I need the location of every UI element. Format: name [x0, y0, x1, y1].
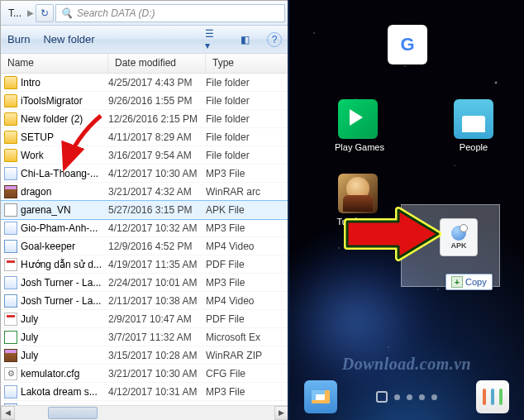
pdf-icon [4, 313, 17, 326]
file-date: 2/24/2017 10:01 AM [108, 277, 206, 289]
home-indicator-icon [376, 391, 388, 403]
scroll-thumb[interactable] [48, 407, 98, 419]
tuyet-dao-icon [338, 174, 378, 213]
apk-file-drag-icon[interactable]: APK [440, 218, 478, 256]
file-date: 2/9/2017 10:47 AM [108, 313, 206, 325]
globe-icon [451, 226, 466, 241]
help-button[interactable]: ? [267, 32, 282, 47]
file-row[interactable]: July2/9/2017 10:47 AMPDF File [1, 310, 288, 328]
page-indicator[interactable] [376, 391, 437, 403]
file-row[interactable]: Lakota dream s...4/12/2017 10:31 AMMP3 F… [1, 383, 288, 401]
file-list: Intro4/25/2017 4:43 PMFile folderiToolsM… [1, 74, 288, 405]
toolbar: Burn New folder ☰ ▾ ◧ ? [1, 26, 288, 54]
file-type: MP4 Video [206, 241, 288, 252]
file-row[interactable]: Work3/16/2017 9:54 AMFile folder [1, 146, 288, 165]
google-search-app[interactable]: G [384, 25, 431, 68]
android-dock [289, 374, 524, 420]
android-emulator-screen: G Play Games People Tuyết Đao APK Copy D… [289, 0, 524, 420]
file-row[interactable]: iToolsMigrator9/26/2016 1:55 PMFile fold… [1, 92, 288, 110]
file-name: iToolsMigrator [21, 95, 83, 107]
app-label: Tuyết Đao [335, 217, 381, 227]
file-date: 3/16/2017 9:54 AM [108, 150, 206, 161]
file-type: APK File [206, 204, 288, 216]
settings-app[interactable] [476, 380, 509, 413]
file-row[interactable]: July3/15/2017 10:28 AMWinRAR ZIP [1, 346, 288, 365]
file-row[interactable]: Gio-Pham-Anh-...4/12/2017 10:32 AMMP3 Fi… [1, 219, 288, 237]
tuyet-dao-app[interactable]: Tuyết Đao [335, 174, 381, 227]
scroll-track[interactable] [15, 406, 274, 420]
file-type: WinRAR arc [206, 186, 288, 198]
scroll-left-button[interactable]: ◀ [1, 406, 15, 420]
file-row[interactable]: July3/7/2017 11:32 AMMicrosoft Ex [1, 328, 288, 346]
app-label: Play Games [335, 142, 381, 152]
search-input[interactable]: 🔍 Search DATA (D:) [55, 4, 285, 22]
folder-icon [4, 76, 17, 89]
file-row[interactable]: Intro4/25/2017 4:43 PMFile folder [1, 74, 288, 92]
folder-icon [4, 131, 17, 144]
file-name: dragon [21, 186, 51, 198]
rar-icon [4, 349, 17, 362]
breadcrumb-segment[interactable]: T... [4, 5, 26, 21]
file-row[interactable]: Chi-La-Thoang-...4/12/2017 10:30 AMMP3 F… [1, 165, 288, 183]
mp3-icon [4, 276, 17, 289]
burn-button[interactable]: Burn [7, 33, 30, 45]
file-name: Lakota dream s... [21, 386, 98, 398]
gallery-app[interactable] [304, 380, 337, 413]
google-icon: G [388, 25, 427, 64]
column-headers: Name Date modified Type [1, 54, 288, 74]
play-games-app[interactable]: Play Games [335, 99, 381, 152]
search-placeholder: Search DATA (D:) [77, 7, 155, 19]
horizontal-scrollbar[interactable]: ◀ ▶ [1, 405, 288, 419]
file-row[interactable]: Josh Turner - La...2/24/2017 10:01 AMMP3… [1, 274, 288, 292]
file-row[interactable]: garena_VN5/27/2016 3:15 PMAPK File [1, 201, 288, 219]
app-label: People [450, 142, 497, 152]
file-date: 4/12/2017 10:30 AM [108, 168, 206, 179]
file-date: 5/27/2016 3:15 PM [108, 204, 206, 216]
file-date: 4/11/2017 8:29 AM [108, 131, 206, 143]
refresh-button[interactable]: ↻ [36, 4, 54, 22]
chevron-right-icon[interactable]: ▶ [27, 8, 34, 17]
file-name: garena_VN [21, 204, 71, 216]
file-row[interactable]: SETUP4/11/2017 8:29 AMFile folder [1, 128, 288, 146]
page-dot-icon [431, 394, 437, 400]
file-name: SETUP [21, 131, 54, 143]
file-row[interactable]: dragon3/21/2017 4:32 AMWinRAR arc [1, 183, 288, 201]
file-row[interactable]: Goal-keeper12/9/2016 4:52 PMMP4 Video [1, 237, 288, 255]
folder-icon [4, 149, 17, 162]
apk-icon [4, 203, 17, 217]
page-dot-icon [419, 394, 425, 400]
mp3-icon [4, 385, 17, 399]
people-icon [454, 99, 493, 139]
file-name: Josh Turner - La... [21, 277, 101, 289]
file-name: Hướng dẫn sử d... [21, 259, 102, 270]
file-row[interactable]: Josh Turner - La...2/11/2017 10:38 AMMP4… [1, 292, 288, 310]
column-type[interactable]: Type [206, 54, 288, 73]
new-folder-button[interactable]: New folder [43, 33, 94, 45]
mp4-icon [4, 294, 17, 308]
preview-pane-button[interactable]: ◧ [236, 31, 254, 48]
file-name: Intro [21, 77, 40, 88]
file-type: PDF File [206, 259, 288, 270]
file-type: Microsoft Ex [206, 332, 288, 343]
file-row[interactable]: Hướng dẫn sử d...4/19/2017 11:35 AMPDF F… [1, 255, 288, 274]
file-date: 3/21/2017 4:32 AM [108, 186, 206, 198]
people-app[interactable]: People [450, 99, 497, 152]
folder-icon [4, 94, 17, 107]
page-dot-icon [394, 394, 400, 400]
file-date: 12/9/2016 4:52 PM [108, 241, 206, 252]
view-options-button[interactable]: ☰ ▾ [204, 31, 222, 48]
file-date: 9/26/2016 1:55 PM [108, 95, 206, 107]
file-type: File folder [206, 131, 288, 143]
xls-icon [4, 331, 17, 344]
column-date-modified[interactable]: Date modified [108, 54, 206, 73]
file-type: CFG File [206, 368, 288, 379]
file-row[interactable]: kemulator.cfg3/21/2017 10:30 AMCFG File [1, 365, 288, 383]
scroll-right-button[interactable]: ▶ [274, 406, 288, 420]
column-name[interactable]: Name [1, 54, 108, 73]
file-row[interactable]: New folder (2)12/26/2016 2:15 PMFile fol… [1, 110, 288, 128]
file-name: New folder (2) [21, 113, 83, 125]
file-name: Work [21, 150, 44, 161]
watermark-text: Download.com.vn [289, 355, 524, 374]
file-date: 2/11/2017 10:38 AM [108, 295, 206, 307]
file-name: Josh Turner - La... [21, 295, 101, 307]
